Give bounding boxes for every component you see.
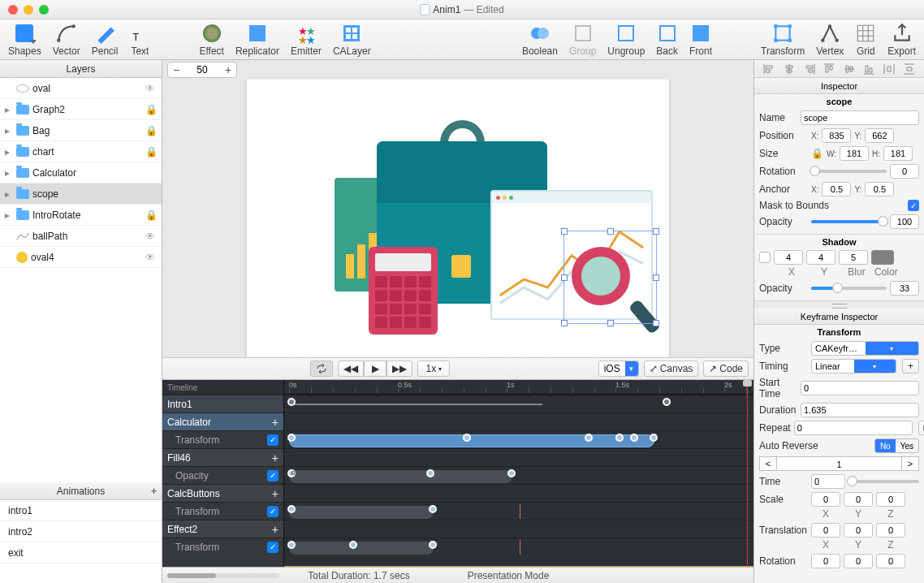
transform-mode[interactable]: Transform <box>761 23 805 57</box>
replicator-tool[interactable]: Replicator <box>235 23 279 57</box>
timeline-track[interactable] <box>284 502 753 520</box>
timeline-track[interactable] <box>284 395 753 412</box>
add-track-button[interactable]: + <box>272 416 278 429</box>
boolean-tool[interactable]: Boolean <box>522 23 558 57</box>
export-button[interactable]: Export <box>887 23 916 57</box>
layer-row[interactable]: ballPath👁 <box>0 226 162 247</box>
inspector-divider[interactable] <box>754 300 924 309</box>
artboard[interactable] <box>247 80 669 357</box>
canvas-button[interactable]: ⤢ Canvas <box>644 361 699 377</box>
shadow-blur-field[interactable] <box>839 250 868 265</box>
timing-add-button[interactable]: + <box>902 359 919 374</box>
align-right-icon[interactable] <box>804 63 815 75</box>
translation-z-field[interactable] <box>876 523 905 538</box>
code-button[interactable]: ↗ Code <box>703 361 749 377</box>
shadow-opacity-slider[interactable] <box>811 287 887 290</box>
timeline-row[interactable]: CalcButtons+ <box>162 484 283 502</box>
rotation-x-field[interactable] <box>811 554 840 568</box>
rotation-slider[interactable] <box>811 170 887 173</box>
size-w-field[interactable] <box>840 146 869 161</box>
timeline-ruler[interactable]: 0s0.5s1s1.5s2s2.5s <box>284 380 753 395</box>
timeline-track[interactable] <box>284 430 753 448</box>
horizontal-scrollbar[interactable] <box>162 573 284 578</box>
timeline-row[interactable]: Fill46+ <box>162 448 283 466</box>
shadow-opacity-field[interactable] <box>890 281 919 296</box>
timeline-row[interactable]: Opacity✓ <box>162 466 283 484</box>
anchor-x-field[interactable] <box>822 182 851 196</box>
disclosure-icon[interactable]: ▸ <box>5 167 13 179</box>
front-tool[interactable]: Front <box>689 23 712 57</box>
visibility-icon[interactable]: 👁 <box>145 231 157 242</box>
distribute-v-icon[interactable] <box>904 63 915 75</box>
window-zoom-button[interactable] <box>39 5 49 15</box>
layer-row[interactable]: ▸Graph2🔒 <box>0 99 162 120</box>
anchor-y-field[interactable] <box>865 182 894 196</box>
lock-icon[interactable]: 🔒 <box>145 125 157 136</box>
animation-row[interactable]: intro2 <box>0 521 162 542</box>
calayer-tool[interactable]: CALayer <box>333 23 371 57</box>
align-left-icon[interactable] <box>763 63 775 75</box>
opacity-slider[interactable] <box>811 220 887 223</box>
rotation-z-field[interactable] <box>876 554 905 568</box>
keyframe-type-selector[interactable]: CAKeyframeAni…▾ <box>811 341 919 356</box>
platform-selector[interactable]: iOS▾ <box>598 361 639 377</box>
track-enabled-checkbox[interactable]: ✓ <box>267 434 278 446</box>
shadow-color-swatch[interactable] <box>871 250 894 265</box>
repeat-inf-button[interactable]: INF <box>918 421 924 435</box>
keyframe-time-slider[interactable] <box>848 480 919 483</box>
speed-selector[interactable]: 1x ▾ <box>417 361 450 377</box>
shadow-x-field[interactable] <box>774 250 803 265</box>
timeline-playhead[interactable] <box>747 380 748 567</box>
zoom-field[interactable] <box>184 64 220 76</box>
align-top-icon[interactable] <box>823 63 835 75</box>
opacity-field[interactable] <box>890 214 919 229</box>
emitter-tool[interactable]: ★★★★Emitter <box>291 23 322 57</box>
group-tool[interactable]: Group <box>569 23 596 57</box>
add-track-button[interactable]: + <box>272 487 278 500</box>
position-y-field[interactable] <box>865 128 894 143</box>
shapes-tool[interactable]: Shapes <box>8 23 41 57</box>
rotation-y-field[interactable] <box>844 554 873 568</box>
keyframe-prev-button[interactable]: < <box>759 456 777 471</box>
loop-button[interactable] <box>310 361 333 377</box>
canvas-viewport[interactable] <box>162 80 753 357</box>
prev-frame-button[interactable]: ◀◀ <box>338 361 364 377</box>
track-enabled-checkbox[interactable]: ✓ <box>267 542 278 553</box>
layer-row[interactable]: ▸Bag🔒 <box>0 120 162 141</box>
disclosure-icon[interactable]: ▸ <box>5 125 13 136</box>
layer-row[interactable]: oval👁 <box>0 78 162 99</box>
shadow-enable-checkbox[interactable] <box>759 252 771 263</box>
position-x-field[interactable] <box>822 128 851 143</box>
name-field[interactable] <box>801 110 919 125</box>
animation-row[interactable]: exit <box>0 542 162 564</box>
play-button[interactable]: ▶ <box>364 361 386 377</box>
scale-x-field[interactable] <box>811 492 840 507</box>
layer-row[interactable]: ▸IntroRotate🔒 <box>0 205 162 226</box>
add-track-button[interactable]: + <box>272 523 278 536</box>
layer-row[interactable]: ▸chart🔒 <box>0 141 162 162</box>
lock-icon[interactable]: 🔒 <box>811 148 823 159</box>
layer-row[interactable]: ▸scope <box>0 184 162 205</box>
disclosure-icon[interactable]: ▸ <box>5 104 13 115</box>
disclosure-icon[interactable]: ▸ <box>5 209 13 221</box>
text-tool[interactable]: TText <box>129 23 150 57</box>
pencil-tool[interactable]: Pencil <box>92 23 119 57</box>
track-enabled-checkbox[interactable]: ✓ <box>267 506 278 517</box>
add-track-button[interactable]: + <box>272 451 278 464</box>
grid-toggle[interactable]: Grid <box>855 23 876 57</box>
timeline-row[interactable]: Transform✓ <box>162 502 283 520</box>
disclosure-icon[interactable]: ▸ <box>5 146 13 158</box>
size-h-field[interactable] <box>883 146 913 161</box>
scale-z-field[interactable] <box>876 492 905 507</box>
align-hcenter-icon[interactable] <box>784 63 795 75</box>
lock-icon[interactable]: 🔒 <box>145 146 157 158</box>
timing-selector[interactable]: Linear▾ <box>811 359 896 374</box>
next-frame-button[interactable]: ▶▶ <box>386 361 412 377</box>
layer-row[interactable]: oval4👁 <box>0 247 162 268</box>
timeline-row[interactable]: Calculator+ <box>162 412 283 430</box>
timeline-row[interactable]: Effect2+ <box>162 520 283 538</box>
zoom-out-button[interactable]: − <box>168 63 184 77</box>
start-time-field[interactable] <box>801 381 919 395</box>
zoom-control[interactable]: − + <box>167 62 237 78</box>
translation-y-field[interactable] <box>844 523 873 538</box>
